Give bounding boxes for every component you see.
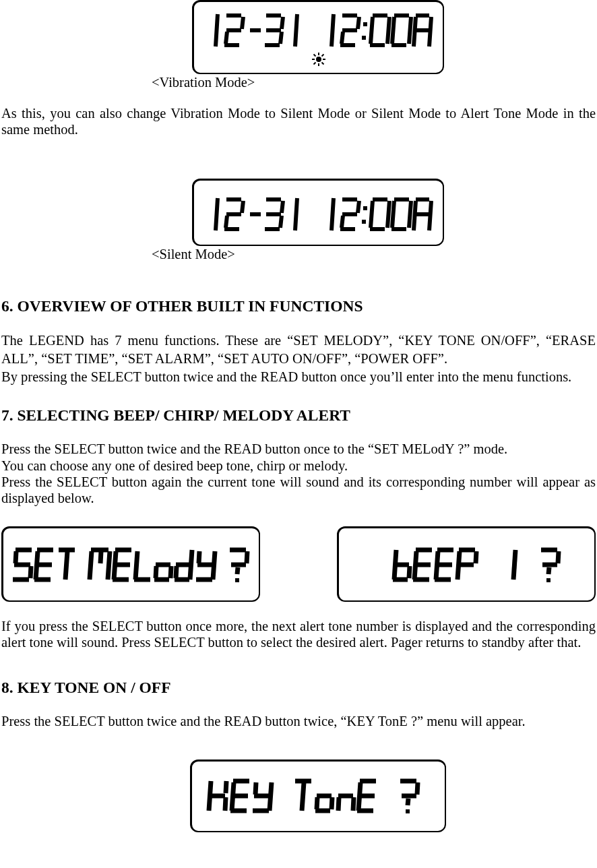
silent-mode-caption: <Silent Mode> (152, 246, 596, 262)
lcd-key-tone (190, 760, 446, 832)
section-7-p3: Press the SELECT button again the curren… (1, 474, 596, 506)
paragraph-mode-change: As this, you can also change Vibration M… (1, 105, 596, 137)
lcd-vibration-mode (192, 0, 444, 74)
section-8-p1: Press the SELECT button twice and the RE… (1, 713, 596, 729)
svg-line-9 (313, 63, 315, 65)
section-8-heading: 8. KEY TONE ON / OFF (1, 679, 596, 697)
section-7-p2: You can choose any one of desired beep t… (1, 458, 596, 474)
section-6-heading: 6. OVERVIEW OF OTHER BUILT IN FUNCTIONS (1, 297, 596, 315)
svg-line-7 (313, 55, 315, 57)
lcd-beep-1 (337, 526, 596, 602)
lcd-text-line (204, 194, 433, 235)
vibration-icon (311, 52, 326, 69)
svg-line-8 (321, 63, 323, 65)
lcd-text-line (204, 10, 433, 51)
svg-rect-13 (235, 578, 239, 582)
svg-rect-12 (362, 220, 366, 224)
lcd-set-melody (1, 526, 260, 602)
svg-rect-0 (363, 22, 367, 26)
vibration-mode-caption: <Vibration Mode> (152, 74, 596, 90)
svg-rect-1 (362, 36, 366, 40)
section-7-p4: If you press the SELECT button once more… (1, 618, 596, 650)
section-6-p1: The LEGEND has 7 menu functions. These a… (1, 332, 596, 369)
svg-rect-14 (546, 578, 551, 582)
svg-line-10 (321, 55, 323, 57)
section-7-heading: 7. SELECTING BEEP/ CHIRP/ MELODY ALERT (1, 406, 596, 425)
svg-rect-15 (406, 809, 410, 813)
svg-point-2 (316, 57, 321, 62)
section-7-p1: Press the SELECT button twice and the RE… (1, 441, 596, 457)
section-6-p2: By pressing the SELECT button twice and … (1, 369, 596, 385)
svg-rect-11 (363, 206, 367, 210)
lcd-silent-mode (192, 179, 444, 246)
